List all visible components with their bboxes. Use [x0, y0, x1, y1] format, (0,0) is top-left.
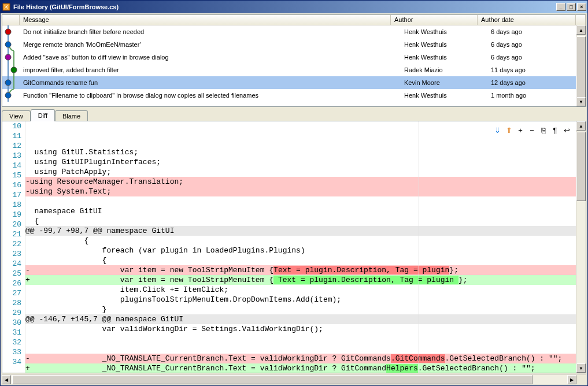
- svg-point-2: [5, 29, 11, 35]
- line-number: 12: [2, 141, 21, 151]
- diff-panel: ⇓ ⇑ + − ⎘ ¶ ↩ 10111213141516171819202122…: [2, 121, 586, 373]
- window: File History (GitUI/FormBrowse.cs) _ □ ×…: [0, 0, 588, 386]
- close-button[interactable]: ×: [577, 3, 586, 11]
- diff-body[interactable]: 1011121314151617181920212223242526272829…: [2, 121, 586, 373]
- history-row[interactable]: Function "Filename to clipboard" in brow…: [2, 89, 586, 102]
- diff-vscrollbar[interactable]: ▲ ▼: [576, 121, 586, 373]
- code-line: var validWorkingDir = Settings.ValidWork…: [25, 324, 576, 334]
- line-number: 19: [2, 210, 21, 220]
- line-number: 31: [2, 328, 21, 337]
- col-date[interactable]: Author date: [478, 15, 576, 25]
- history-row[interactable]: Added "save as" button to diff view in b…: [2, 51, 586, 64]
- commit-message: Merge remote branch 'MoOmEeN/master': [20, 40, 401, 49]
- code-line: -using System.Text;: [25, 187, 576, 196]
- show-whitespace-button[interactable]: ¶: [549, 124, 561, 136]
- window-buttons: _ □ ×: [556, 3, 586, 11]
- code-line: using GitUI.Statistics;: [25, 147, 576, 157]
- commit-date: 11 days ago: [487, 65, 586, 75]
- history-row[interactable]: Merge remote branch 'MoOmEeN/master'Henk…: [2, 38, 586, 51]
- scroll-up-icon[interactable]: ▲: [576, 121, 586, 131]
- copy-button[interactable]: ⎘: [538, 124, 549, 136]
- commit-date: 12 days ago: [487, 78, 586, 87]
- code-line: using PatchApply;: [25, 167, 576, 177]
- commit-date: 6 days ago: [487, 27, 586, 36]
- commit-author: Kevin Moore: [401, 78, 487, 87]
- line-number: 10: [2, 121, 21, 131]
- commit-message: improved filter, added branch filter: [20, 65, 401, 75]
- code-line: namespace GitUI: [25, 206, 576, 216]
- scroll-thumb[interactable]: [12, 375, 532, 384]
- line-number: 11: [2, 131, 21, 141]
- code-line: {: [25, 236, 576, 246]
- scroll-down-icon[interactable]: ▼: [576, 363, 586, 373]
- scroll-up-icon[interactable]: ▲: [576, 25, 586, 35]
- next-diff-button[interactable]: ⇓: [491, 124, 503, 136]
- line-gutter: 1011121314151617181920212223242526272829…: [2, 121, 25, 373]
- commit-date: 6 days ago: [487, 53, 586, 62]
- code-line: item.Click += ItemClick;: [25, 285, 576, 295]
- titlebar: File History (GitUI/FormBrowse.cs) _ □ ×: [1, 1, 587, 13]
- line-number: 17: [2, 190, 21, 200]
- scroll-corner: [576, 375, 586, 384]
- history-row[interactable]: Do not initialize branch filter before n…: [2, 25, 586, 38]
- tabs: View Diff Blame: [2, 109, 586, 121]
- line-number: 26: [2, 279, 21, 288]
- line-number: 16: [2, 180, 21, 190]
- commit-author: Henk Westhuis: [401, 53, 487, 62]
- line-number: 20: [2, 220, 21, 229]
- graph-node: [2, 76, 20, 89]
- graph-node: [2, 25, 20, 38]
- code-area[interactable]: using GitUI.Statistics; using GitUIPlugi…: [25, 121, 576, 373]
- line-number: 28: [2, 298, 21, 308]
- line-number: 33: [2, 347, 21, 357]
- code-line: using GitUIPluginInterfaces;: [25, 157, 576, 167]
- diff-hscrollbar[interactable]: ◀ ▶: [2, 374, 586, 384]
- line-number: 18: [2, 200, 21, 210]
- col-author[interactable]: Author: [391, 15, 478, 25]
- line-number: 24: [2, 259, 21, 269]
- prev-diff-button[interactable]: ⇑: [503, 124, 515, 136]
- svg-point-15: [5, 92, 11, 98]
- col-graph[interactable]: [2, 15, 20, 25]
- commit-date: 1 month ago: [487, 91, 586, 100]
- scroll-thumb[interactable]: [576, 36, 586, 100]
- minimize-button[interactable]: _: [556, 3, 565, 11]
- code-line: {: [25, 216, 576, 226]
- history-scrollbar[interactable]: ▲ ▼: [576, 25, 586, 106]
- commit-message: Function "Filename to clipboard" in brow…: [20, 91, 401, 100]
- history-row[interactable]: GitCommands rename funKevin Moore12 days…: [2, 76, 586, 89]
- history-row[interactable]: improved filter, added branch filterRade…: [2, 64, 586, 76]
- code-line: [25, 196, 576, 206]
- code-line: + _NO_TRANSLATE_CurrentBranch.Text = val…: [25, 363, 576, 373]
- col-message[interactable]: Message: [20, 15, 391, 25]
- code-line: @@ -99,7 +98,7 @@ namespace GitUI: [25, 226, 576, 236]
- svg-point-4: [5, 42, 11, 47]
- line-number: 34: [2, 357, 21, 367]
- commit-date: 6 days ago: [487, 40, 586, 49]
- tab-blame[interactable]: Blame: [55, 110, 88, 121]
- tab-diff[interactable]: Diff: [31, 109, 55, 121]
- scroll-left-icon[interactable]: ◀: [2, 375, 11, 384]
- scroll-right-icon[interactable]: ▶: [567, 375, 576, 384]
- zoom-out-button[interactable]: −: [526, 124, 538, 136]
- commit-message: Do not initialize branch filter before n…: [20, 27, 401, 36]
- code-line: [25, 334, 576, 344]
- commit-author: Henk Westhuis: [401, 27, 487, 36]
- scroll-down-icon[interactable]: ▼: [576, 97, 586, 106]
- history-body: Do not initialize branch filter before n…: [2, 25, 586, 106]
- code-line: foreach (var plugin in LoadedPlugins.Plu…: [25, 246, 576, 255]
- code-line: [25, 344, 576, 354]
- scroll-thumb[interactable]: [576, 132, 586, 201]
- line-number: 21: [2, 229, 21, 239]
- maximize-button[interactable]: □: [567, 3, 576, 11]
- wrap-button[interactable]: ↩: [561, 124, 572, 136]
- svg-point-7: [5, 54, 11, 60]
- code-line: pluginsToolStripMenuItem.DropDownItems.A…: [25, 295, 576, 305]
- commit-message: GitCommands rename fun: [20, 78, 401, 87]
- tab-view[interactable]: View: [2, 110, 31, 121]
- zoom-in-button[interactable]: +: [515, 124, 526, 136]
- line-number: 13: [2, 151, 21, 161]
- code-line: - _NO_TRANSLATE_CurrentBranch.Text = val…: [25, 354, 576, 363]
- col-scroll: [576, 15, 586, 25]
- commit-author: Henk Westhuis: [401, 91, 487, 100]
